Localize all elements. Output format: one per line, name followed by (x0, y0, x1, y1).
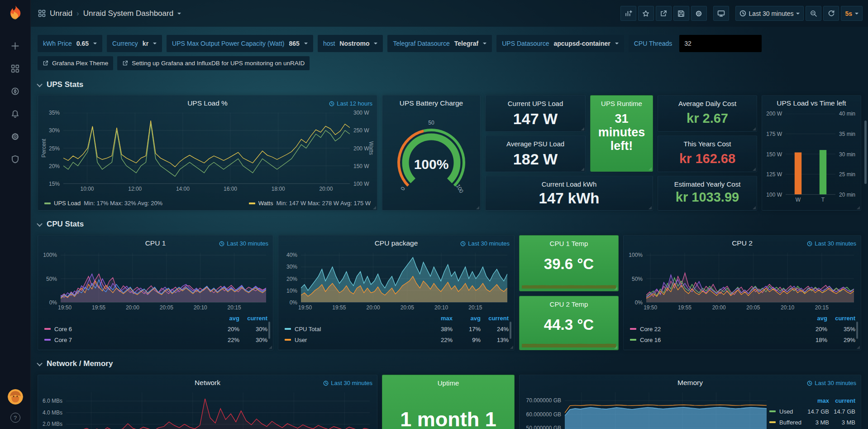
scrollbar[interactable] (856, 322, 858, 339)
plot-area[interactable] (301, 253, 507, 303)
cpu-threads-input[interactable] (679, 35, 762, 52)
legend-sort-avg[interactable]: avg (211, 315, 239, 322)
panel-title[interactable]: Memory (538, 375, 843, 390)
panel-title[interactable]: CPU 1 Temp (522, 240, 615, 247)
plot-area[interactable] (63, 113, 350, 184)
cpu2-chart[interactable]: 100%50%0% 19:5019:5520:0020:0520:1020:15 (628, 253, 856, 303)
legend-series[interactable]: User (285, 337, 424, 343)
legend-sort-current[interactable]: current (829, 397, 855, 404)
variable-host[interactable]: hostNostromo (318, 35, 383, 52)
panel-uptime: Uptime 1 month 1 (382, 375, 515, 429)
plot-area[interactable] (565, 392, 767, 429)
ups-load-chart[interactable]: Percent 35%30%25%20%15% 300 W250 W200 W1… (43, 113, 372, 184)
legend-series[interactable]: Core 22 (630, 326, 799, 333)
link-label: Grafana Plex Theme (52, 60, 108, 67)
dashboard-settings-button[interactable] (691, 6, 707, 21)
refresh-button[interactable] (823, 6, 839, 21)
save-dashboard-button[interactable] (673, 6, 689, 21)
link-grafana-plex-theme[interactable]: Grafana Plex Theme (38, 56, 113, 70)
plot-area[interactable] (61, 253, 266, 303)
legend-sort-max[interactable]: max (803, 397, 829, 404)
cycle-view-mode-button[interactable] (713, 6, 729, 21)
sidebar-item-explore[interactable] (11, 87, 19, 96)
panel-title[interactable]: UPS Runtime (593, 100, 650, 107)
scrollbar[interactable] (268, 322, 270, 339)
plot-area[interactable] (786, 114, 835, 195)
legend-series-watts[interactable]: WattsMin: 147 W Max: 278 W Avg: 175 W (249, 200, 371, 207)
panel-title[interactable]: This Years Cost (661, 140, 754, 148)
share-dashboard-button[interactable] (656, 6, 672, 21)
grafana-logo[interactable] (7, 5, 24, 23)
row-title: UPS Stats (47, 80, 83, 89)
sidebar-item-create[interactable] (11, 42, 19, 50)
variable-currency[interactable]: Currencykr (107, 35, 162, 52)
refresh-interval-picker[interactable]: 5s (841, 6, 863, 21)
sidebar-item-alerting[interactable] (11, 110, 19, 118)
breadcrumb-folder[interactable]: Unraid (50, 9, 72, 18)
legend-series[interactable]: CPU Total (285, 326, 424, 333)
panel-title[interactable]: Current UPS Load (488, 100, 582, 107)
panel-this-years-cost: This Years Cost kr 162.68 (658, 135, 757, 172)
plot-area[interactable] (646, 253, 854, 303)
page-scrollbar[interactable] (864, 121, 867, 184)
legend-sort-current[interactable]: current (481, 315, 509, 322)
legend-series[interactable]: Buffered (769, 419, 803, 426)
ups-load-vs-time-chart[interactable]: 200 W175 W150 W125 W100 W 40 min35 min30… (765, 114, 858, 195)
memory-chart[interactable]: 70.000000 GB60.000000 GB50.000000 GB (524, 392, 767, 429)
row-header-ups-stats[interactable]: UPS Stats (38, 79, 83, 90)
sidebar-item-server-admin[interactable] (11, 155, 19, 164)
panel-title[interactable]: Current Load kWh (488, 180, 650, 188)
chevron-down-icon (374, 43, 377, 44)
panel-title[interactable]: UPS Load vs Time left (766, 96, 857, 111)
legend-sort-avg[interactable]: avg (453, 315, 481, 322)
panel-title[interactable]: Average Daily Cost (661, 100, 754, 107)
panel-time-override: Last 30 minutes (807, 240, 856, 247)
variable-kwh-price[interactable]: kWh Price0.65 (38, 35, 102, 52)
user-avatar[interactable] (8, 389, 23, 405)
panel-network: Network Last 30 minutes 6.0 MBs4.0 MBs2.… (38, 375, 377, 429)
panel-time-override: Last 30 minutes (460, 240, 510, 247)
scrollbar[interactable] (510, 322, 511, 339)
row-title: CPU Stats (47, 220, 84, 229)
panel-title[interactable]: Average PSU Load (488, 140, 582, 148)
legend-sort-max[interactable]: max (424, 315, 453, 322)
network-chart[interactable]: 6.0 MBs4.0 MBs2.0 MBs (43, 392, 372, 429)
legend-series[interactable]: Core 7 (44, 337, 211, 343)
variable-telegraf-datasource[interactable]: Telegraf DatasourceTelegraf (387, 35, 492, 52)
legend-series[interactable]: Used (769, 408, 803, 415)
panel-title[interactable]: CPU 2 Temp (522, 300, 615, 308)
y-axis-left: 200 W175 W150 W125 W100 W (765, 114, 785, 195)
cpu-package-chart[interactable]: 40%30%20%10%0% 19:5019:5520:0020:0520:10… (283, 253, 510, 303)
legend-sort-current[interactable]: current (827, 315, 855, 322)
add-panel-button[interactable] (620, 6, 636, 21)
variable-ups-datasource[interactable]: UPS Datasourceapcupsd-container (496, 35, 624, 52)
cpu1-chart[interactable]: 100%50%0% 19:5019:5520:0020:0520:1020:15 (43, 253, 268, 303)
panel-title[interactable]: UPS Battery Charge (387, 96, 476, 111)
zoom-out-button[interactable] (806, 6, 821, 21)
panel-title[interactable]: UPS Load % (56, 96, 359, 111)
panel-title[interactable]: Network (56, 375, 359, 390)
legend-sort-avg[interactable]: avg (799, 315, 827, 322)
battery-charge-gauge: 050100100% (386, 119, 477, 202)
sidebar-item-configuration[interactable] (11, 132, 19, 141)
row-header-network-memory[interactable]: Network / Memory (38, 358, 113, 369)
link-ups-monitoring-guide[interactable]: Setting up Grafana and InfluxDB for UPS … (117, 56, 310, 70)
panel-title[interactable]: Uptime (385, 379, 511, 387)
row-header-cpu-stats[interactable]: CPU Stats (38, 219, 84, 230)
legend-series[interactable]: Core 16 (630, 337, 799, 343)
dashboards-grid-icon[interactable] (38, 10, 46, 17)
sidebar-item-dashboards[interactable] (11, 64, 19, 73)
series-stats: Min: 17% Max: 32% Avg: 20% (84, 200, 162, 207)
series-swatch (630, 339, 636, 341)
star-dashboard-button[interactable] (638, 6, 654, 21)
legend-series-ups-load[interactable]: UPS LoadMin: 17% Max: 32% Avg: 20% (44, 200, 162, 207)
plot-area[interactable] (66, 392, 370, 429)
sidebar-item-help[interactable]: ? (10, 413, 20, 423)
panel-title[interactable]: Estimated Yearly Cost (661, 180, 754, 188)
variable-ups-max-output[interactable]: UPS Max Output Power Capacity (Watt)865 (167, 35, 313, 52)
legend-sort-current[interactable]: current (239, 315, 267, 322)
time-range-picker[interactable]: Last 30 minutes (735, 6, 804, 21)
breadcrumb-dashboard-title[interactable]: Unraid System Dashboard (83, 9, 173, 18)
legend-series[interactable]: Core 6 (44, 326, 211, 333)
legend-row: Buffered3 MB3 MB (769, 417, 855, 428)
